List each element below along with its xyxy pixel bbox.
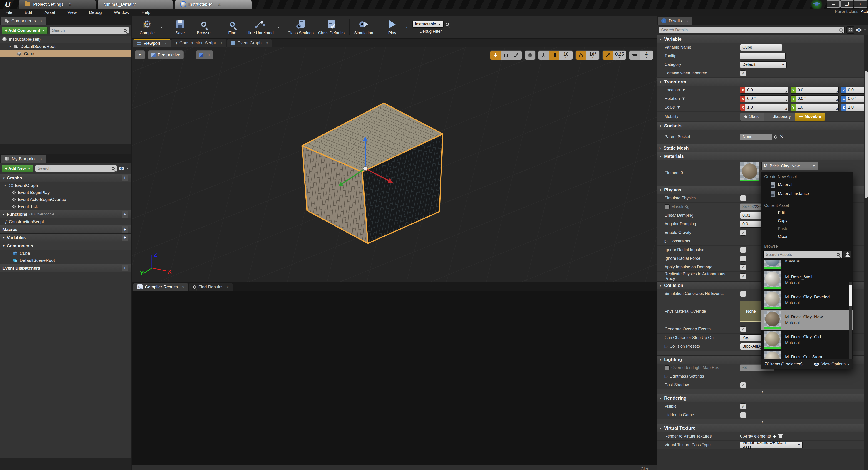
tooltip-input[interactable]	[740, 53, 785, 60]
asset-filter-person-icon[interactable]	[843, 251, 851, 258]
components-search[interactable]	[50, 27, 129, 34]
rotation-z-field[interactable]: Z0.0 °	[841, 95, 868, 102]
close-icon[interactable]: x	[165, 41, 166, 45]
event-dispatchers-header[interactable]: Event Dispatchers +	[0, 264, 131, 272]
constraints-label[interactable]: ▷Constraints	[657, 237, 737, 245]
details-scrollbar[interactable]	[864, 34, 868, 470]
ignore-radial-force-checkbox[interactable]	[740, 256, 746, 261]
section-transform[interactable]: ▼ Transform	[657, 77, 868, 86]
close-icon[interactable]: x	[182, 285, 184, 289]
asset-row-brick-clay-beveled[interactable]: M_Brick_Clay_BeveledMaterial	[762, 290, 853, 310]
section-sockets[interactable]: ▼ Sockets	[657, 122, 868, 130]
perspective-button[interactable]: Perspective	[148, 51, 184, 60]
class-settings-button[interactable]: Class Settings	[285, 19, 316, 35]
close-icon[interactable]: x	[220, 41, 222, 45]
variables-header[interactable]: ▼ Variables +	[0, 233, 131, 242]
scale-snap-value[interactable]: 0.25▼	[613, 51, 626, 60]
replicate-physics-checkbox[interactable]	[740, 273, 746, 279]
add-dispatcher-button[interactable]: +	[122, 265, 128, 271]
clear-button[interactable]: Clear	[641, 466, 651, 470]
tab-components[interactable]: Components x	[1, 17, 46, 25]
apply-impulse-checkbox[interactable]	[740, 264, 746, 270]
doc-tab-minimal-default[interactable]: Minimal_Default*	[98, 0, 173, 9]
add-macro-button[interactable]: +	[122, 226, 128, 233]
asset-row-partial-top[interactable]: Material	[762, 260, 853, 270]
menu-help[interactable]: Help	[142, 10, 150, 15]
lightmass-settings-label[interactable]: ▷Lightmass Settings	[657, 372, 737, 380]
location-label[interactable]: Location▼	[657, 86, 737, 94]
simulation-button[interactable]: Simulation	[352, 19, 375, 35]
rotation-x-field[interactable]: X0.0 °	[740, 95, 788, 102]
menu-item-copy[interactable]: Copy	[762, 217, 853, 225]
details-scrollbar-thumb[interactable]	[865, 71, 868, 198]
lighting-advanced-expander[interactable]: ▼	[657, 389, 868, 394]
chevron-down-icon[interactable]: ▼	[126, 167, 129, 170]
hidden-in-game-checkbox[interactable]	[740, 412, 746, 418]
property-matrix-icon[interactable]	[846, 26, 854, 34]
eventgraph-row[interactable]: ▼ EventGraph	[0, 182, 131, 189]
restore-button[interactable]: ❐	[840, 0, 854, 8]
details-search[interactable]	[659, 27, 845, 33]
asset-search[interactable]	[763, 251, 842, 258]
details-search-input[interactable]	[661, 28, 838, 33]
menu-file[interactable]: File	[5, 10, 12, 15]
class-defaults-button[interactable]: Class Defaults	[316, 19, 347, 35]
parent-socket-value[interactable]: None	[740, 133, 772, 140]
add-function-button[interactable]: +	[122, 211, 128, 218]
menu-item-material[interactable]: Material	[762, 180, 853, 189]
material-thumbnail[interactable]	[740, 162, 759, 181]
scale-x-field[interactable]: X1.0	[740, 104, 788, 111]
material-combo-open[interactable]: M_Brick_Clay_New ▼	[762, 162, 818, 170]
asset-row-brick-cut-stone-partial[interactable]: M_Brick_Cut_StoneMaterial	[762, 350, 853, 359]
rotation-y-field[interactable]: Y0.0 °	[790, 95, 839, 102]
debug-search-icon[interactable]	[446, 23, 449, 26]
hide-unrelated-chevron[interactable]: ▼	[277, 26, 280, 29]
variables-components-subheader[interactable]: ▼ Components	[0, 242, 131, 250]
scale-label[interactable]: Scale▼	[657, 103, 737, 112]
socket-search-icon[interactable]	[774, 135, 777, 138]
tab-compiler-results[interactable]: >_ Compiler Results x	[133, 283, 188, 291]
find-button[interactable]: Find	[220, 19, 244, 35]
tab-event-graph[interactable]: Event Graph x	[227, 39, 272, 47]
menu-window[interactable]: Window	[114, 10, 129, 15]
expander-icon[interactable]: ▼	[4, 184, 6, 187]
section-static-mesh[interactable]: ▷ Static Mesh	[657, 144, 868, 152]
menu-item-material-instance[interactable]: Material Instance	[762, 189, 853, 198]
clear-socket-icon[interactable]: ✕	[780, 134, 784, 140]
rotation-snap-value[interactable]: 10°▼	[586, 51, 599, 60]
add-component-button[interactable]: + Add Component▼	[2, 27, 48, 34]
scale-tool-button[interactable]	[511, 51, 522, 60]
coordinate-space-button[interactable]	[525, 51, 535, 60]
variable-name-input[interactable]	[740, 44, 782, 51]
mobility-static-button[interactable]: Static	[740, 113, 764, 121]
doc-tab-instructable[interactable]: Instructable* x	[175, 0, 252, 9]
play-button[interactable]: Play	[380, 19, 404, 35]
components-self-row[interactable]: Instructable(self)	[0, 36, 131, 43]
chevron-down-icon[interactable]: ▼	[864, 29, 866, 31]
location-x-field[interactable]: X0.0	[740, 87, 788, 94]
phys-material-override-swatch[interactable]: None	[740, 301, 762, 322]
display-filter-eye-icon[interactable]	[856, 28, 862, 32]
expander-icon[interactable]: ▼	[9, 45, 11, 48]
grid-snap-button[interactable]	[549, 51, 559, 60]
tab-viewport[interactable]: Viewport x	[133, 39, 170, 47]
viewport-3d[interactable]: ▼ Perspective Lit	[132, 47, 657, 282]
visibility-filter-eye-icon[interactable]	[119, 167, 124, 170]
close-button[interactable]: ×	[854, 0, 867, 8]
functions-header[interactable]: ▼ Functions (18 Overridable) +	[0, 210, 131, 218]
camera-speed-value[interactable]: 4▼	[640, 51, 653, 60]
grid-snap-value[interactable]: 10▼	[559, 51, 572, 60]
doc-tab-project-settings[interactable]: Project Settings x	[19, 0, 96, 9]
category-select[interactable]: Default▼	[740, 61, 787, 68]
browse-button[interactable]: Browse	[192, 19, 216, 35]
event-tick-row[interactable]: Event Tick	[0, 203, 131, 210]
asset-row-basic-wall[interactable]: M_Basic_WallMaterial	[762, 270, 853, 290]
collision-presets-label[interactable]: ▷Collision Presets	[657, 342, 737, 351]
hide-unrelated-button[interactable]: Hide Unrelated	[244, 19, 276, 35]
location-z-field[interactable]: Z0.0	[841, 87, 868, 94]
menu-item-edit[interactable]: Edit	[762, 209, 853, 217]
rotate-tool-button[interactable]	[501, 51, 511, 60]
scale-y-field[interactable]: Y1.0	[790, 104, 839, 111]
translate-tool-button[interactable]	[490, 51, 501, 60]
virtual-texture-pass-select[interactable]: Virtual Texture OR Main Pass▼	[740, 442, 803, 448]
